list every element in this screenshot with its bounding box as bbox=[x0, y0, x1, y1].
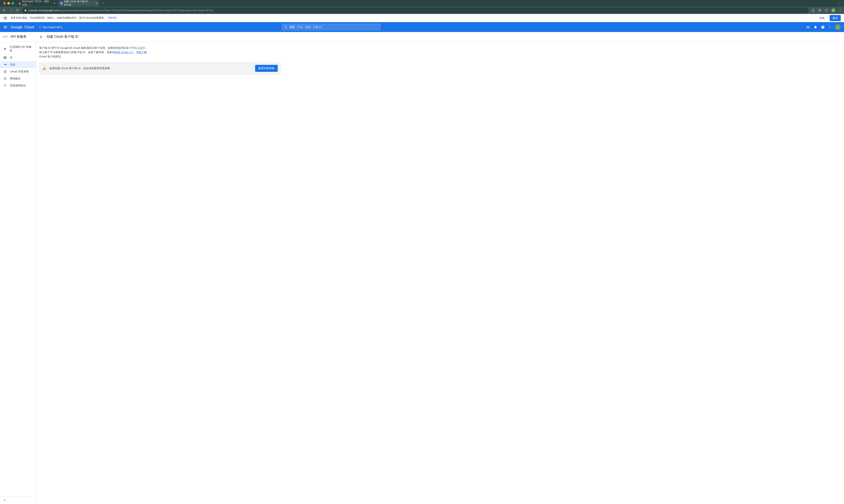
page-header: 创建 OAuth 客户端 ID bbox=[36, 35, 82, 39]
tab-favicon: API bbox=[60, 2, 62, 5]
extensions-icon[interactable] bbox=[825, 8, 828, 12]
browser-back-button[interactable] bbox=[2, 8, 6, 12]
console-icon[interactable] bbox=[806, 25, 810, 29]
svg-rect-0 bbox=[825, 9, 828, 12]
svg-point-7 bbox=[41, 26, 41, 27]
url-path: /apis/credentials/oauthclient?previousPa… bbox=[59, 9, 214, 12]
promo-text: 获享 $300 赠金。开始免费试用。请放心，如果您的赠金用尽，我们不会向您收取费… bbox=[11, 16, 816, 20]
window-controls bbox=[2, 2, 16, 4]
url-domain: console.cloud.google.com bbox=[28, 9, 59, 12]
sidebar: 已启用的 API 和服务 库 凭据 OAuth 同意屏幕 网域验证 页面使用协议 bbox=[0, 42, 36, 504]
nav-label: 网域验证 bbox=[10, 77, 20, 80]
nav-list: 已启用的 API 和服务 库 凭据 OAuth 同意屏幕 网域验证 页面使用协议 bbox=[0, 42, 36, 497]
window-maximize[interactable] bbox=[12, 2, 14, 4]
search-input[interactable]: 搜索 产品、资源、文档 (/) bbox=[282, 24, 380, 30]
learn-more-link[interactable]: 详细了解 bbox=[136, 51, 147, 54]
svg-rect-13 bbox=[4, 57, 4, 59]
sub-header: API API 和服务 创建 OAuth 客户端 ID bbox=[0, 32, 844, 42]
terms-icon bbox=[3, 84, 7, 87]
project-selector[interactable]: My Project 8071 bbox=[37, 25, 67, 30]
nav-label: 已启用的 API 和服务 bbox=[10, 45, 32, 53]
search-icon bbox=[285, 26, 288, 29]
oauth-setup-link[interactable]: 设置 OAuth 2.0 bbox=[115, 51, 133, 54]
dashboard-icon bbox=[3, 47, 7, 51]
nav-credentials[interactable]: 凭据 bbox=[0, 61, 36, 68]
tab-title: 创建 OAuth 客户端 ID – API 和... bbox=[64, 0, 93, 7]
back-arrow-button[interactable] bbox=[39, 35, 43, 39]
window-close[interactable] bbox=[3, 2, 6, 4]
window-minimize[interactable] bbox=[7, 2, 10, 4]
svg-point-2 bbox=[840, 10, 840, 11]
nav-label: 页面使用协议 bbox=[10, 84, 26, 87]
tab-close-icon[interactable]: × bbox=[54, 2, 55, 5]
alert-text: 如需创建 OAuth 客户端 ID，您必须先配置同意屏幕 bbox=[50, 67, 252, 70]
more-icon[interactable] bbox=[828, 26, 831, 29]
verified-icon bbox=[3, 77, 7, 80]
svg-point-9 bbox=[41, 28, 41, 28]
help-icon[interactable] bbox=[821, 25, 825, 29]
user-avatar[interactable]: L bbox=[835, 24, 841, 30]
main-header: Google Cloud My Project 8071 搜索 产品、资源、文档… bbox=[0, 22, 844, 32]
browser-tab-1[interactable]: API 创建 OAuth 客户端 ID – API 和... × bbox=[58, 0, 99, 6]
search-label: 搜索 bbox=[290, 25, 295, 29]
svg-point-6 bbox=[39, 26, 40, 27]
tabs-dropdown-icon[interactable] bbox=[836, 2, 842, 4]
browser-forward-button[interactable] bbox=[9, 8, 13, 12]
google-cloud-logo[interactable]: Google Cloud bbox=[11, 25, 34, 29]
nav-label: OAuth 同意屏幕 bbox=[10, 70, 29, 73]
browser-tab-0[interactable]: 🔥 My Project 76715 – 项目设置 – ... × bbox=[16, 0, 57, 6]
promo-link[interactable]: 了解详情 bbox=[107, 16, 117, 19]
library-icon bbox=[3, 56, 7, 59]
svg-point-3 bbox=[840, 11, 840, 11]
tab-favicon: 🔥 bbox=[18, 2, 21, 5]
chevron-left-icon bbox=[3, 499, 6, 502]
nav-oauth-consent[interactable]: OAuth 同意屏幕 bbox=[0, 68, 36, 75]
tab-close-icon[interactable]: × bbox=[96, 2, 97, 5]
tab-title: My Project 76715 – 项目设置 – ... bbox=[22, 0, 51, 7]
browser-profile-avatar[interactable]: L bbox=[831, 8, 836, 12]
svg-rect-14 bbox=[5, 57, 5, 59]
search-placeholder: 产品、资源、文档 (/) bbox=[297, 25, 322, 29]
new-tab-button[interactable]: + bbox=[100, 2, 105, 5]
promo-activate-button[interactable]: 激活 bbox=[830, 15, 841, 21]
description-text: 客户端 ID 用于向 Google 的 OAuth 服务器标识单个应用。如果您的… bbox=[39, 46, 150, 59]
chevron-down-icon bbox=[64, 26, 66, 28]
configure-consent-button[interactable]: 配置同意屏幕 bbox=[255, 65, 278, 72]
svg-rect-18 bbox=[4, 499, 4, 501]
browser-reload-button[interactable] bbox=[16, 8, 19, 12]
address-bar: console.cloud.google.com/apis/credential… bbox=[0, 6, 844, 14]
promo-skip-button[interactable]: 忽略 bbox=[819, 16, 825, 20]
section-title: API 和服务 bbox=[11, 35, 26, 39]
svg-point-8 bbox=[39, 28, 40, 28]
url-input[interactable]: console.cloud.google.com/apis/credential… bbox=[22, 7, 809, 13]
hamburger-menu-icon[interactable] bbox=[3, 25, 7, 29]
browser-menu-icon[interactable] bbox=[839, 9, 842, 12]
nav-domain-verification[interactable]: 网域验证 bbox=[0, 75, 36, 82]
project-icon bbox=[39, 26, 42, 29]
api-badge-icon: API bbox=[3, 36, 8, 38]
consent-icon bbox=[3, 70, 7, 73]
sidebar-collapse-button[interactable] bbox=[0, 497, 36, 504]
nav-label: 库 bbox=[10, 56, 13, 59]
browser-action-icons: L bbox=[812, 8, 842, 12]
svg-rect-15 bbox=[6, 57, 6, 59]
svg-point-1 bbox=[840, 9, 840, 10]
notifications-icon[interactable] bbox=[814, 25, 817, 29]
body: 已启用的 API 和服务 库 凭据 OAuth 同意屏幕 网域验证 页面使用协议 bbox=[0, 42, 844, 504]
share-icon[interactable] bbox=[812, 8, 815, 12]
lock-icon bbox=[24, 9, 27, 12]
tab-bar: 🔥 My Project 76715 – 项目设置 – ... × API 创建… bbox=[0, 0, 844, 6]
nav-label: 凭据 bbox=[10, 63, 15, 67]
key-icon bbox=[3, 63, 7, 67]
project-name: My Project 8071 bbox=[43, 26, 62, 29]
header-actions: L bbox=[806, 24, 841, 30]
bookmark-icon[interactable] bbox=[818, 8, 822, 12]
section-header: API API 和服务 bbox=[0, 35, 36, 39]
svg-point-11 bbox=[830, 27, 830, 27]
gift-icon bbox=[3, 16, 7, 20]
nav-page-usage[interactable]: 页面使用协议 bbox=[0, 82, 36, 89]
svg-rect-17 bbox=[4, 77, 6, 79]
consent-alert: 如需创建 OAuth 客户端 ID，您必须先配置同意屏幕 配置同意屏幕 bbox=[39, 62, 281, 75]
nav-library[interactable]: 库 bbox=[0, 54, 36, 61]
nav-enabled-apis[interactable]: 已启用的 API 和服务 bbox=[0, 43, 36, 54]
